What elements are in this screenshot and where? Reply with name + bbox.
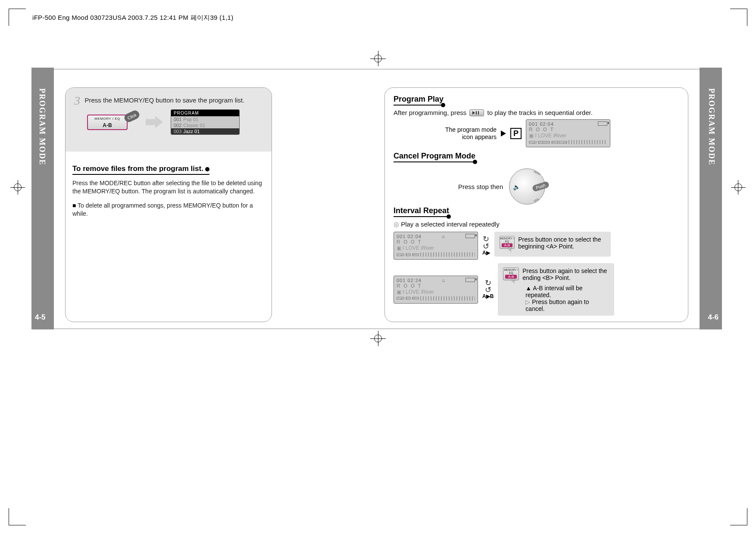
interval-row-a: 001 02:04♫ R O O T ▣ I LOVE iRiver MP344…	[394, 232, 679, 260]
program-list-row: 002Classic 01	[171, 122, 239, 128]
crop-mark	[730, 508, 747, 525]
remove-paragraph: Press the MODE/REC button after selectin…	[72, 179, 265, 196]
mini-memory-button: MEMORY / EQA-B ☟	[503, 267, 519, 280]
ab-note-1: A-B interval will be repeated.	[525, 285, 609, 298]
program-list-row-selected: 003Jazz 01	[171, 128, 239, 134]
sidebar-label: PROGRAM MODE	[37, 88, 47, 165]
text-b: to play the tracks in sequential order.	[487, 109, 593, 116]
delete-all-note: To delete all programmed songs, press ME…	[72, 202, 265, 218]
pointer-right-icon	[501, 130, 506, 137]
cancel-row: Press stop then NAVI VOL 🔈 Push	[458, 168, 679, 205]
hand-cursor-icon: ☟	[511, 277, 515, 285]
crop-mark	[9, 9, 26, 26]
page-number-left: 4-5	[35, 313, 46, 322]
print-header: iFP-500 Eng Mood 030723USA 2003.7.25 12:…	[32, 14, 234, 22]
ab-text-1: Press button once to select the beginnin…	[518, 236, 605, 250]
arrow-right-icon	[146, 116, 163, 128]
repeat-icon: ↻↺	[482, 236, 490, 249]
program-mode-row: The program modeicon appears P 001 02:04…	[445, 119, 679, 147]
right-content-panel: Program Play After programming, press to…	[384, 87, 688, 322]
interval-row-b: 001 02:24♫ R O O T ▣ I LOVE iRiver MP344…	[394, 263, 679, 316]
ab-note-2: Press button again to cancel.	[525, 298, 609, 312]
ab-instruction-box: MEMORY / EQA-B ☟ Press button once to se…	[494, 232, 611, 257]
ab-text-2: Press button again to select the ending …	[522, 267, 609, 281]
jog-dial-icon: NAVI VOL 🔈 Push	[509, 168, 545, 205]
page-spread: PROGRAM MODE 4-5 3 Press the MEMORY/EQ b…	[33, 69, 721, 329]
step3-text: Press the MEMORY/EQ button to save the p…	[84, 96, 244, 104]
text-a: After programming, press	[394, 109, 466, 116]
click-badge: Click	[123, 109, 141, 123]
remove-heading: To remove files from the program list.	[72, 165, 209, 175]
program-list-header: PROGRAM	[171, 110, 239, 116]
hand-cursor-icon: ☟	[508, 245, 512, 254]
program-list-display: PROGRAM 001Pop 01 002Classic 01 003Jazz …	[171, 109, 240, 135]
battery-icon	[598, 121, 607, 126]
interval-heading: Interval Repeat	[394, 206, 449, 217]
display-root: R O O T	[529, 127, 607, 133]
vol-label: VOL	[533, 197, 540, 203]
sidebar-left: PROGRAM MODE 4-5	[31, 68, 54, 329]
program-list-row: 001Pop 01	[171, 116, 239, 122]
ab-label: A▶B	[482, 293, 494, 299]
a-label: A▶	[482, 250, 490, 256]
interval-sub: Play a selected interval repeatedly	[394, 220, 679, 228]
sidebar-right: PROGRAM MODE 4-6	[700, 68, 722, 329]
memory-eq-label: MEMORY / EQ	[88, 115, 127, 121]
player-display-3: 001 02:24♫ R O O T ▣ I LOVE iRiver MP344…	[394, 276, 478, 304]
player-display-2: 001 02:04♫ R O O T ▣ I LOVE iRiver MP344…	[394, 232, 478, 260]
navi-label: NAVI	[534, 170, 541, 176]
press-stop-text: Press stop then	[458, 183, 503, 190]
step-number: 3	[74, 94, 80, 108]
step3-box: 3 Press the MEMORY/EQ button to save the…	[66, 88, 272, 152]
memory-eq-button: MEMORY / EQ A-B Click	[87, 115, 128, 130]
page-right: PROGRAM MODE 4-6 Program Play After prog…	[377, 69, 720, 329]
left-content-panel: 3 Press the MEMORY/EQ button to save the…	[65, 87, 272, 322]
after-programming-text: After programming, press to play the tra…	[394, 109, 593, 116]
crop-mark	[730, 9, 747, 26]
page-number-right: 4-6	[708, 313, 719, 322]
ab-instruction-box-2: MEMORY / EQA-B ☟ Press button again to s…	[498, 263, 614, 316]
program-mode-caption: The program modeicon appears	[445, 126, 497, 141]
a-b-label: A-B	[88, 122, 127, 128]
p-badge: P	[510, 128, 522, 139]
page-left: PROGRAM MODE 4-5 3 Press the MEMORY/EQ b…	[33, 69, 377, 329]
play-pause-button-icon	[469, 109, 484, 116]
sidebar-label: PROGRAM MODE	[707, 88, 716, 165]
speaker-icon: 🔈	[513, 183, 520, 190]
crop-mark	[9, 508, 26, 525]
push-badge: Push	[532, 181, 550, 192]
mini-memory-button: MEMORY / EQA-B ☟	[500, 236, 515, 249]
player-display-1: 001 02:04 R O O T ▣ I LOVE iRiver MP344 …	[526, 119, 610, 147]
program-play-heading: Program Play	[394, 95, 444, 106]
repeat-icon: ↻↺	[482, 279, 494, 293]
cancel-heading: Cancel Program Mode	[394, 152, 475, 162]
waveform-icon	[569, 140, 608, 144]
memory-button-illustration: MEMORY / EQ A-B Click PROGRAM 001Pop 01 …	[87, 109, 240, 135]
